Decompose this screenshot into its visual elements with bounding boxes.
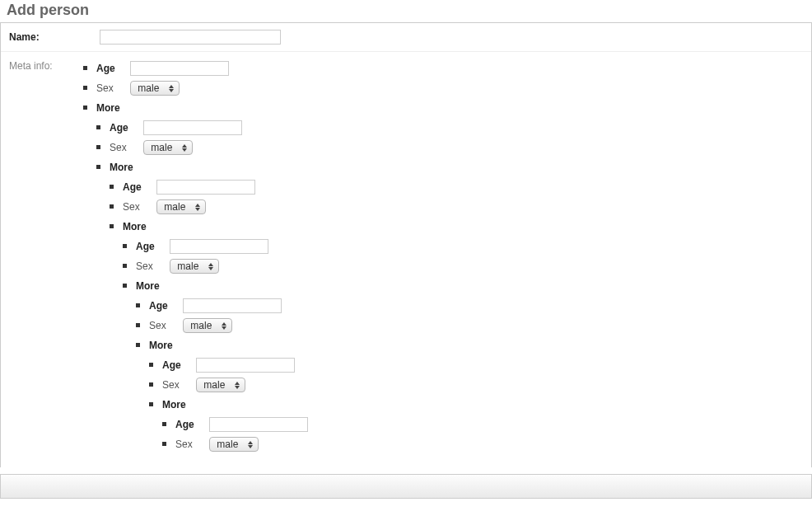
- more-label[interactable]: More: [149, 337, 174, 354]
- age-input[interactable]: [183, 298, 282, 313]
- age-label: Age: [162, 357, 187, 373]
- sex-label: Sex: [123, 199, 147, 215]
- sex-item: Sex male: [162, 436, 308, 453]
- sex-select-value: male: [203, 377, 225, 393]
- more-item: More Age Sex: [110, 218, 308, 453]
- chevron-updown-icon: [192, 204, 203, 211]
- age-input[interactable]: [170, 239, 268, 254]
- meta-list-level-0: Age Sex male More Age: [83, 57, 308, 456]
- chevron-updown-icon: [179, 144, 190, 152]
- chevron-updown-icon: [231, 382, 243, 389]
- age-input[interactable]: [156, 180, 255, 195]
- meta-info-label: Meta info:: [9, 57, 83, 456]
- sex-select[interactable]: male: [209, 437, 259, 452]
- more-item: More Age: [149, 396, 308, 453]
- meta-list-level-2: Age Sex male: [110, 179, 308, 453]
- name-label: Name:: [9, 31, 100, 43]
- more-item: More Age: [123, 278, 308, 453]
- more-label[interactable]: More: [136, 278, 161, 294]
- meta-list-level-6: Age Sex: [162, 416, 308, 453]
- form-title: Add person: [7, 0, 812, 19]
- sex-item: Sex male: [83, 80, 308, 96]
- chevron-updown-icon: [245, 441, 256, 448]
- sex-item: Sex male: [110, 199, 308, 215]
- form-container: Name: Meta info: Age Sex male: [0, 22, 812, 467]
- sex-select[interactable]: male: [196, 378, 245, 392]
- sex-item: Sex male: [123, 258, 308, 274]
- meta-list-level-4: Age Sex male: [136, 298, 308, 453]
- sex-select-value: male: [217, 436, 238, 453]
- meta-list-level-3: Age Sex male: [123, 238, 308, 453]
- sex-select-value: male: [164, 199, 185, 215]
- age-label: Age: [175, 416, 200, 433]
- sex-item: Sex male: [96, 139, 308, 156]
- age-item: Age: [110, 179, 308, 195]
- more-label[interactable]: More: [162, 396, 187, 413]
- chevron-updown-icon: [218, 322, 230, 330]
- sex-select[interactable]: male: [130, 81, 180, 96]
- more-label[interactable]: More: [123, 218, 147, 235]
- age-item: Age: [96, 120, 308, 136]
- age-item: Age: [136, 298, 308, 314]
- age-item: Age: [83, 60, 308, 77]
- name-input[interactable]: [100, 30, 281, 45]
- sex-select[interactable]: male: [156, 199, 206, 214]
- age-input[interactable]: [209, 417, 308, 432]
- sex-select[interactable]: male: [143, 140, 193, 155]
- age-item: Age: [162, 416, 308, 433]
- age-label: Age: [136, 238, 161, 255]
- sex-select-value: male: [138, 80, 159, 96]
- age-label: Age: [110, 120, 134, 136]
- sex-label: Sex: [175, 436, 200, 453]
- age-label: Age: [123, 179, 147, 195]
- sex-label: Sex: [162, 377, 187, 393]
- sex-label: Sex: [110, 139, 134, 156]
- chevron-updown-icon: [205, 263, 217, 270]
- sex-label: Sex: [96, 80, 121, 96]
- age-input[interactable]: [196, 358, 295, 373]
- age-label: Age: [149, 298, 174, 314]
- age-input[interactable]: [143, 120, 242, 135]
- meta-list-level-5: Age Sex male: [149, 357, 308, 453]
- sex-label: Sex: [149, 317, 174, 334]
- sex-item: Sex male: [149, 377, 308, 393]
- sex-select-value: male: [190, 317, 212, 334]
- meta-list-level-1: Age Sex male More: [96, 120, 308, 453]
- meta-info-row: Meta info: Age Sex male More: [1, 52, 811, 467]
- more-item: More Age Sex male: [83, 100, 308, 453]
- more-label[interactable]: More: [96, 100, 121, 116]
- sex-select-value: male: [151, 139, 172, 156]
- chevron-updown-icon: [166, 85, 177, 92]
- footer-toolbar: [0, 474, 812, 499]
- age-item: Age: [149, 357, 308, 373]
- more-item: More Age Sex male: [96, 159, 308, 453]
- name-row: Name:: [1, 23, 811, 52]
- sex-select-value: male: [177, 258, 198, 274]
- age-item: Age: [123, 238, 308, 255]
- sex-label: Sex: [136, 258, 161, 274]
- sex-item: Sex male: [136, 317, 308, 334]
- age-input[interactable]: [130, 61, 229, 76]
- age-label: Age: [96, 60, 121, 77]
- sex-select[interactable]: male: [170, 259, 219, 274]
- more-item: More Age: [136, 337, 308, 453]
- sex-select[interactable]: male: [183, 318, 232, 333]
- more-label[interactable]: More: [110, 159, 134, 176]
